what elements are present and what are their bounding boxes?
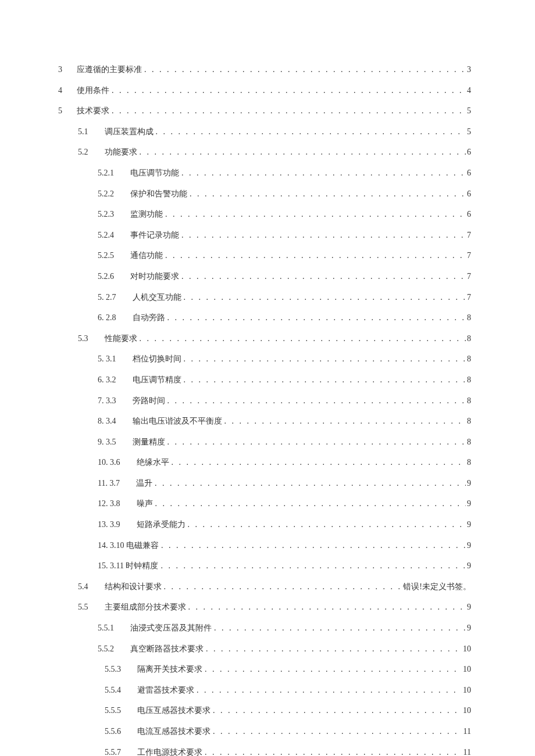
toc-title: 技术要求 [77,105,109,117]
toc-page-number: 6 [466,209,471,220]
toc-number: 5.2.6 [98,271,114,282]
toc-entry: 10. 3.6绝缘水平8 [58,457,471,468]
toc-entry: 5.2.2保护和告警功能6 [58,188,471,200]
toc-entry: 8. 3.4输出电压谐波及不平衡度8 [58,415,471,427]
toc-title: 事件记录功能 [130,230,179,241]
toc-number: 5 [58,105,66,117]
toc-leader-dots [187,188,466,200]
toc-leader-dots [158,560,466,572]
toc-page-number: 8 [466,333,471,345]
toc-entry: 13. 3.9短路承受能力9 [58,519,471,531]
toc-title: 结构和设计要求 [105,581,162,593]
toc-title: 电流互感器技术要求 [137,726,211,737]
toc-number: 5.5.6 [105,726,121,737]
toc-title: 调压装置构成 [105,126,154,138]
toc-page-number: 8 [466,312,471,324]
toc-leader-dots [163,250,466,261]
toc-number: 5.5.4 [105,685,121,696]
toc-entry: 5.5.4避雷器技术要求10 [58,685,471,696]
toc-page-number: 9 [466,478,471,489]
toc-title: 测量精度 [133,436,165,448]
toc-number: 9. 3.5 [98,436,116,448]
toc-title: 真空断路器技术要求 [130,643,204,655]
toc-number: 5. 2.7 [98,292,116,303]
toc-entry: 7. 3.3旁路时间8 [58,395,471,407]
toc-leader-dots [163,209,466,220]
toc-entry: 5.2.1电压调节功能6 [58,167,471,179]
toc-number: 3 [58,64,66,76]
toc-entry: 5技术要求5 [58,105,471,117]
toc-leader-dots [186,601,466,613]
toc-number: 5.1 [78,126,88,138]
toc-entry: 5.3性能要求8 [58,333,471,345]
toc-page-number: 9 [466,540,471,551]
toc-number: 6. 2.8 [98,312,116,324]
toc-number: 10. 3.6 [98,457,120,468]
toc-page-number: 8 [466,353,471,365]
toc-leader-dots [179,230,466,241]
toc-leader-dots [152,478,466,489]
toc-title: 电压调节功能 [130,167,179,179]
toc-leader-dots [179,271,466,282]
toc-leader-dots [142,64,466,76]
toc-title: 14. 3.10 电磁兼容 [98,540,159,551]
toc-entry: 5.2功能要求6 [58,146,471,158]
toc-page-number: 7 [466,230,471,241]
toc-title: 使用条件 [77,85,109,96]
toc-page-number: 9 [466,622,471,634]
toc-entry: 15. 3.11 时钟精度9 [58,560,471,572]
toc-entry: 5.4结构和设计要求错误!未定义书签。 [58,581,471,593]
toc-page-number: 10 [462,664,471,675]
toc-number: 8. 3.4 [98,415,116,427]
toc-number: 5.2.1 [98,167,114,179]
toc-title: 通信功能 [130,250,163,261]
toc-page-number: 8 [466,415,471,427]
toc-page-number: 4 [466,85,471,96]
toc-leader-dots [165,395,466,407]
toc-page-number: 5 [466,105,471,117]
toc-leader-dots [179,167,466,179]
toc-page-number: 8 [466,457,471,468]
toc-title: 15. 3.11 时钟精度 [98,560,158,572]
toc-page-number: 11 [462,747,471,756]
toc-page-number: 9 [466,560,471,572]
toc-entry: 5.5.6电流互感器技术要求11 [58,726,471,737]
toc-entry: 5.1调压装置构成5 [58,126,471,138]
toc-number: 12. 3.8 [98,498,120,510]
toc-title: 输出电压谐波及不平衡度 [133,415,222,427]
toc-leader-dots [137,333,466,345]
toc-leader-dots [159,540,466,551]
toc-entry: 5.2.6对时功能要求7 [58,271,471,282]
toc-number: 5.5.3 [105,664,121,675]
toc-number: 5.5.7 [105,747,121,756]
toc-page-number: 6 [466,188,471,200]
toc-page-number: 6 [466,167,471,179]
toc-entry: 5. 2.7人机交互功能7 [58,292,471,303]
toc-entry: 12. 3.8噪声9 [58,498,471,510]
toc-leader-dots [137,146,466,158]
toc-number: 11. 3.7 [98,478,120,489]
toc-page-number: 9 [466,498,471,510]
toc-leader-dots [186,519,466,531]
toc-title: 性能要求 [105,333,137,345]
toc-number: 5.2.4 [98,230,114,241]
toc-page-number: 10 [462,685,471,696]
toc-leader-dots [162,581,402,593]
toc-leader-dots [154,126,466,138]
toc-page-number: 9 [466,601,471,613]
toc-entry: 11. 3.7温升9 [58,478,471,489]
toc-page-number: 7 [466,271,471,282]
toc-entry: 4使用条件4 [58,85,471,96]
toc-number: 5.3 [78,333,88,345]
toc-entry: 5.2.3监测功能6 [58,209,471,220]
toc-leader-dots [109,85,466,96]
toc-title: 温升 [136,478,152,489]
toc-entry: 5.2.4事件记录功能7 [58,230,471,241]
toc-number: 5.2.5 [98,250,114,261]
toc-page-number: 9 [466,519,471,531]
toc-title: 功能要求 [105,146,137,158]
toc-number: 5.5.2 [98,643,114,655]
toc-page-number: 7 [466,250,471,261]
toc-page-number: 10 [462,643,471,655]
toc-number: 5.2 [78,146,88,158]
